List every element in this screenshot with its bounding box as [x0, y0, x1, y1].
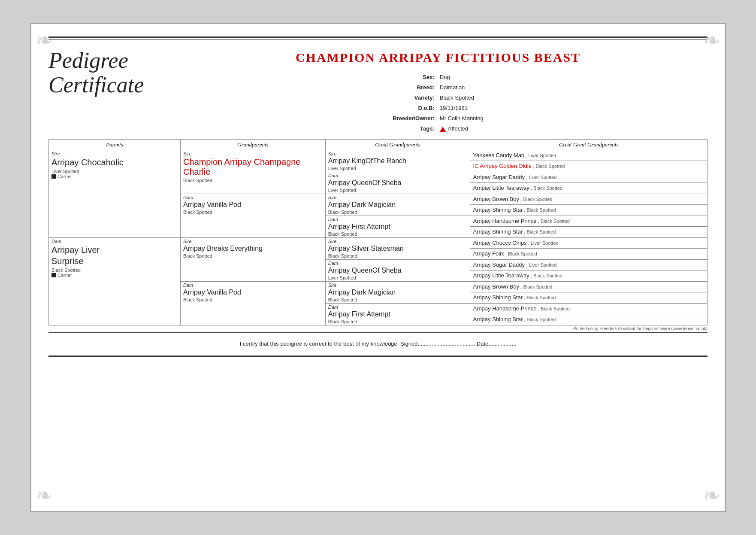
parent-sire-variety: Liver Spotted — [51, 169, 178, 174]
sex-value: Dog — [440, 73, 484, 82]
gggp-12-variety: , Black Spotted — [531, 273, 562, 278]
gggp-4-name: Arripay Little Tearaway — [473, 185, 529, 191]
ggp-dam-sire-sire-variety: Black Spotted — [328, 253, 468, 258]
affected-triangle-icon — [440, 127, 446, 132]
gggp-1-variety: , Liver Spotted — [526, 153, 556, 158]
gggp-8-variety: , Black Spotted — [524, 229, 556, 234]
corner-decoration-br: ❧ — [703, 483, 720, 507]
gggp-11-name: Arripay Sugar Daddy — [473, 261, 525, 268]
pedigree-table: Parents Grandparents Great Grandparents … — [48, 139, 708, 325]
bottom-line-thin — [48, 332, 708, 333]
ggp-dam-dam-dam-cell: Dam Arripay First Attempt Black Spotted — [325, 303, 470, 325]
table-row-dam-1: Dam Arripay Liver Surprise Black Spotted… — [49, 237, 708, 249]
gggp-2-name: IC Arripay Golden Oldie — [473, 163, 532, 169]
col-header-grandparents: Grandparents — [181, 139, 326, 150]
ggp-dam-dam-dam-variety: Black Spotted — [328, 319, 468, 324]
variety-label: Variety: — [393, 93, 439, 103]
ggp-sire-sire-dam-label: Dam — [328, 173, 468, 178]
ggp-dam-sire-sire-name: Arripay Silver Statesman — [328, 245, 468, 252]
dam-carrier-square-icon — [51, 273, 56, 277]
gggp-14-variety: , Black Spotted — [524, 295, 556, 300]
ggp-sire-sire-dam-variety: Liver Spotted — [328, 188, 468, 193]
breed-label: Breed: — [393, 83, 439, 92]
gggp-9-cell: Arripay Choccy Chips , Liver Spotted — [470, 237, 708, 249]
ggp-sire-dam-dam-variety: Black Spotted — [328, 231, 468, 237]
ggp-dam-dam-sire-variety: Black Spotted — [328, 297, 468, 302]
tags-text: Affected — [448, 124, 468, 134]
ggp-dam-sire-dam-cell: Dam Arripay QueenOf Sheba Liver Spotted — [325, 259, 470, 281]
gggp-12-name: Arripay Little Tearaway — [473, 272, 529, 279]
gggp-15-variety: , Black Spotted — [538, 306, 570, 311]
ggp-sire-dam-dam-name: Arripay First Attempt — [328, 223, 468, 231]
gggp-10-variety: , Black Spotted — [505, 251, 537, 256]
tags-label: Tags: — [393, 124, 439, 134]
bottom-line-thick — [48, 356, 708, 357]
col-header-parents: Parents — [49, 139, 181, 150]
tags-affected: Affected — [440, 124, 484, 134]
parent-dam-variety: Black Spotted — [51, 268, 178, 273]
parent-sire-label: Sire — [51, 151, 178, 156]
gggp-7-name: Arripay Handsome Prince — [473, 218, 536, 224]
dob-value: 19/11/1981 — [440, 103, 484, 113]
ggp-sire-sire-dam-name: Arripay QueenOf Sheba — [328, 179, 468, 187]
ggp-dam-dam-dam-name: Arripay First Attempt — [328, 310, 468, 318]
parent-dam-cell: Dam Arripay Liver Surprise Black Spotted… — [49, 237, 181, 325]
ggp-sire-sire-sire-variety: Liver Spotted — [328, 166, 468, 171]
gggp-4-cell: Arripay Little Tearaway , Black Spotted — [470, 183, 708, 194]
pedigree-certificate: ❧ ❧ ❧ ❧ PedigreeCertificate Champion Arr… — [30, 23, 726, 512]
gggp-10-name: Arripay Felix — [473, 250, 504, 257]
tags-value: Affected — [440, 124, 484, 134]
certify-text: I certify that this pedigree is correct … — [48, 340, 708, 347]
col-header-great-great-grandparents: Great Great Grandparents — [470, 139, 708, 150]
ggp-sire-dam-dam-label: Dam — [328, 217, 468, 222]
gggp-6-variety: , Black Spotted — [524, 207, 556, 213]
gp-dam-dam-cell: Dam Arripay Vanilla Pod Black Spotted — [181, 281, 326, 325]
gggp-14-cell: Arripay Shining Star , Black Spotted — [470, 292, 708, 304]
ggp-sire-dam-sire-label: Sire — [328, 195, 468, 200]
parent-sire-cell: Sire Arripay Chocaholic Liver Spotted Ca… — [49, 150, 181, 237]
gggp-13-variety: , Black Spotted — [520, 284, 552, 289]
gggp-11-cell: Arripay Sugar Daddy , Liver Spotted — [470, 259, 708, 271]
ggp-dam-sire-dam-name: Arripay QueenOf Sheba — [328, 267, 468, 274]
ggp-dam-dam-sire-label: Sire — [328, 283, 468, 288]
gggp-2-cell: IC Arripay Golden Oldie , Black Spotted — [470, 161, 708, 172]
ggp-sire-dam-dam-cell: Dam Arripay First Attempt Black Spotted — [325, 216, 470, 237]
pedigree-script-logo: PedigreeCertificate — [48, 48, 169, 97]
gggp-3-cell: Arripay Sugar Daddy , Liver Spotted — [470, 172, 708, 183]
gggp-9-variety: , Liver Spotted — [528, 240, 559, 246]
gp-sire-sire-cell: Sire Champion Arripay Champagne Charlie … — [181, 150, 326, 194]
gggp-7-variety: , Black Spotted — [538, 219, 570, 224]
ggp-dam-sire-sire-cell: Sire Arripay Silver Statesman Black Spot… — [325, 237, 470, 259]
sex-label: Sex: — [393, 73, 439, 82]
gggp-6-name: Arripay Shining Star — [473, 207, 523, 213]
gggp-3-variety: , Liver Spotted — [526, 175, 556, 180]
ggp-sire-dam-sire-name: Arripay Dark Magician — [328, 201, 468, 209]
ggp-sire-sire-sire-name: Arripay KingOfThe Ranch — [328, 157, 468, 165]
header-center: Champion Arripay Fictitious Beast Sex: D… — [169, 46, 708, 135]
subject-details: Sex: Dog Breed: Dalmatian Variety: Black… — [392, 72, 484, 135]
gggp-2-variety: , Black Spotted — [533, 164, 565, 169]
gggp-1-cell: Yankees Candy Man , Liver Spotted — [470, 150, 708, 161]
gggp-16-cell: Arripay Shining Star , Black Spotted — [470, 314, 708, 325]
gp-dam-sire-name: Arripay Breaks Everything — [183, 245, 323, 252]
variety-value: Black Spotted — [440, 93, 484, 103]
gp-sire-dam-variety: Black Spotted — [183, 210, 323, 215]
parent-sire-tag: Carrier — [57, 174, 72, 179]
top-line-thick — [48, 36, 708, 38]
gp-dam-dam-label: Dam — [183, 283, 323, 288]
gp-dam-sire-variety: Black Spotted — [183, 253, 323, 258]
ggp-sire-sire-sire-cell: Sire Arripay KingOfThe Ranch Liver Spott… — [325, 150, 470, 172]
gggp-10-cell: Arripay Felix , Black Spotted — [470, 249, 708, 260]
ggp-dam-dam-sire-name: Arripay Dark Magician — [328, 289, 468, 296]
ggp-dam-sire-dam-label: Dam — [328, 261, 468, 266]
ggp-dam-sire-sire-label: Sire — [328, 239, 468, 244]
breed-value: Dalmatian — [440, 83, 484, 92]
gggp-8-cell: Arripay Shining Star , Black Spotted — [470, 227, 708, 238]
table-header-row: Parents Grandparents Great Grandparents … — [49, 139, 708, 150]
gggp-4-variety: , Black Spotted — [531, 185, 562, 191]
gggp-11-variety: , Liver Spotted — [526, 262, 556, 268]
gp-dam-sire-cell: Sire Arripay Breaks Everything Black Spo… — [181, 237, 326, 281]
parent-dam-name-2: Surprise — [51, 256, 178, 266]
top-line-thin — [48, 39, 708, 40]
breeder-label: Breeder/Owner: — [393, 114, 439, 123]
